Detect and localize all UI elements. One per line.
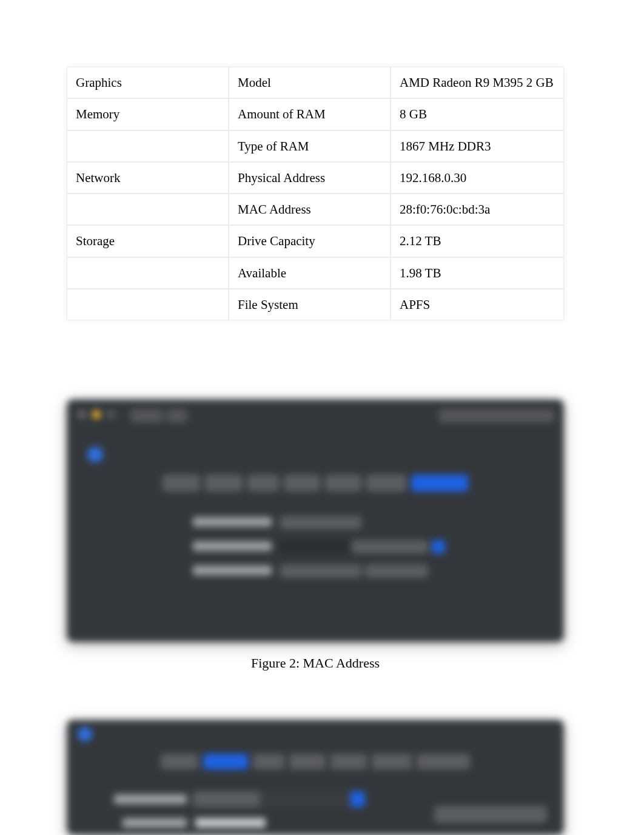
system-info-table: Graphics Model AMD Radeon R9 M395 2 GB M…	[67, 67, 564, 320]
nav-back-forward	[130, 409, 187, 422]
back-button	[130, 409, 163, 422]
figure-caption: Figure 2: MAC Address	[67, 655, 564, 671]
chevron-down-icon	[351, 791, 365, 807]
cell-label: Model	[229, 67, 391, 98]
tab	[289, 754, 326, 769]
grid-button	[167, 409, 187, 422]
tab	[205, 475, 243, 492]
wifi-icon	[87, 447, 103, 462]
cell-category: Memory	[67, 98, 229, 130]
kv-label	[193, 517, 272, 527]
tab	[284, 475, 320, 492]
cell-value: 8 GB	[391, 98, 564, 130]
close-icon	[78, 410, 86, 419]
dropdown-value	[193, 791, 260, 807]
cell-category	[67, 130, 229, 162]
cell-label: Drive Capacity	[229, 225, 391, 257]
table-row: Network Physical Address 192.168.0.30	[67, 162, 564, 194]
cell-label: MAC Address	[229, 194, 391, 225]
network-settings-window	[67, 399, 564, 642]
cell-category	[67, 194, 229, 225]
kv-value	[280, 564, 361, 578]
cell-value: 192.168.0.30	[391, 162, 564, 194]
dropdown	[280, 540, 348, 553]
tab	[417, 754, 470, 769]
table-row: Graphics Model AMD Radeon R9 M395 2 GB	[67, 67, 564, 98]
tab	[247, 475, 279, 492]
tab	[161, 754, 198, 769]
cell-category	[67, 289, 229, 320]
tab	[325, 475, 361, 492]
table-row: Memory Amount of RAM 8 GB	[67, 98, 564, 130]
table-row: MAC Address 28:f0:76:0c:bd:3a	[67, 194, 564, 225]
kv-label	[193, 541, 272, 551]
cell-category	[67, 257, 229, 289]
minimize-icon	[92, 410, 101, 419]
figure-tcp-ip	[67, 720, 564, 835]
cell-value: 2.12 TB	[391, 225, 564, 257]
table-row: Storage Drive Capacity 2.12 TB	[67, 225, 564, 257]
tab-hardware-selected	[411, 475, 468, 492]
cell-value: 1867 MHz DDR3	[391, 130, 564, 162]
tabs-row	[84, 475, 547, 492]
zoom-icon	[107, 410, 115, 419]
cell-category: Graphics	[67, 67, 229, 98]
figure-mac-address: Figure 2: MAC Address	[67, 399, 564, 671]
cell-label: Available	[229, 257, 391, 289]
kv-label	[193, 566, 272, 575]
dropdown-ext	[260, 791, 351, 807]
tab	[330, 754, 367, 769]
window-controls	[78, 410, 115, 419]
cell-value: APFS	[391, 289, 564, 320]
wifi-icon	[78, 727, 92, 742]
cell-label: Amount of RAM	[229, 98, 391, 130]
configure-dropdown	[193, 791, 365, 807]
renew-dhcp-button	[434, 806, 547, 823]
chevron-down-icon	[432, 540, 445, 553]
tabs-row	[67, 754, 564, 769]
kv-value	[280, 516, 361, 529]
cell-value: 28:f0:76:0c:bd:3a	[391, 194, 564, 225]
network-tcpip-window	[67, 720, 564, 835]
cell-label: Physical Address	[229, 162, 391, 194]
table-row: File System APFS	[67, 289, 564, 320]
tab-tcpip-selected	[203, 754, 248, 769]
dropdown-ext	[352, 540, 428, 553]
table-row: Available 1.98 TB	[67, 257, 564, 289]
tab	[253, 754, 284, 769]
cell-category: Network	[67, 162, 229, 194]
ip-address-value	[195, 818, 266, 828]
tab	[366, 475, 406, 492]
cell-label: Type of RAM	[229, 130, 391, 162]
tab	[372, 754, 412, 769]
kv-value-ext	[365, 564, 428, 578]
cell-value: AMD Radeon R9 M395 2 GB	[391, 67, 564, 98]
ip-address-label	[122, 818, 187, 828]
tab	[163, 475, 200, 492]
cell-category: Storage	[67, 225, 229, 257]
titlebar	[67, 399, 564, 432]
configure-label	[114, 794, 187, 804]
table-row: Type of RAM 1867 MHz DDR3	[67, 130, 564, 162]
cell-label: File System	[229, 289, 391, 320]
help-button	[439, 409, 554, 422]
cell-value: 1.98 TB	[391, 257, 564, 289]
